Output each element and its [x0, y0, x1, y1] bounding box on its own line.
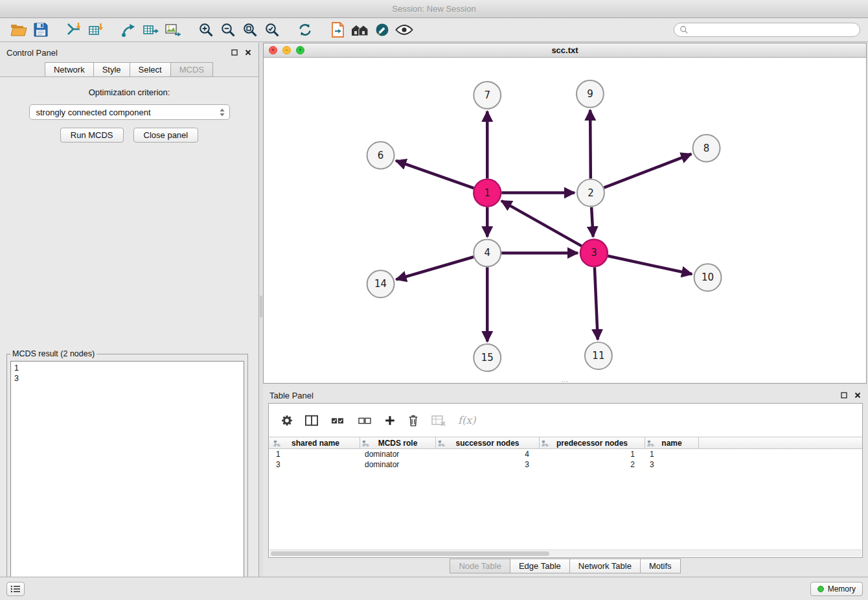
details-toggle-icon [374, 22, 390, 38]
table-horizontal-scrollbar[interactable] [269, 549, 862, 557]
graph-edge-2-9[interactable] [590, 110, 591, 179]
window-zoom-button[interactable]: + [296, 46, 304, 54]
column-label: name [661, 439, 681, 448]
zoom-fit-button[interactable] [240, 20, 260, 40]
table-cell[interactable]: 3 [271, 459, 360, 470]
table-cell[interactable]: 4 [436, 449, 540, 459]
scrollbar-thumb[interactable] [271, 551, 549, 556]
table-row[interactable]: 3dominator323 [269, 459, 862, 470]
home-button[interactable] [350, 20, 371, 40]
float-panel-button[interactable] [231, 49, 238, 56]
traffic-lights: × − + [269, 43, 304, 57]
refresh-button[interactable] [295, 20, 315, 40]
tab-mcds[interactable]: MCDS [170, 62, 213, 77]
zoom-in-icon [198, 22, 214, 38]
export-table-button[interactable] [141, 20, 161, 40]
graph-edge-4-14[interactable] [396, 257, 474, 279]
tab-edge-table[interactable]: Edge Table [510, 559, 570, 573]
network-window-title: scc.txt [551, 45, 578, 55]
memory-button[interactable]: Memory [810, 582, 863, 596]
table-cell[interactable]: 2 [540, 459, 645, 470]
open-in-web-button[interactable] [328, 20, 348, 40]
tab-motifs[interactable]: Motifs [640, 559, 681, 573]
import-table-button[interactable] [86, 20, 106, 40]
close-panel-button[interactable] [244, 49, 252, 56]
show-columns-button[interactable] [305, 415, 318, 426]
zoom-in-button[interactable] [196, 20, 216, 40]
network-canvas[interactable]: 1234678910111415 [264, 58, 866, 383]
graph-edge-2-8[interactable] [604, 154, 691, 188]
table-cell[interactable]: dominator [360, 459, 436, 470]
window-close-button[interactable]: × [269, 46, 277, 54]
save-session-button[interactable] [30, 20, 51, 40]
open-file-button[interactable] [8, 20, 29, 40]
delete-table-icon [431, 414, 446, 427]
show-hide-button[interactable] [394, 20, 415, 40]
zoom-selected-button[interactable] [262, 20, 282, 40]
run-mcds-button[interactable]: Run MCDS [60, 128, 124, 143]
float-table-panel-button[interactable] [840, 391, 848, 399]
table-settings-button[interactable] [280, 414, 293, 427]
column-header-successor-nodes[interactable]: successor nodes [436, 437, 540, 448]
zoom-out-button[interactable] [218, 20, 238, 40]
graph-node-label: 14 [374, 278, 387, 290]
column-header-shared-name[interactable]: shared name [271, 437, 360, 448]
delete-table-button[interactable] [431, 414, 446, 427]
tab-node-table[interactable]: Node Table [450, 559, 510, 573]
export-image-button[interactable] [163, 20, 183, 40]
column-type-icon [542, 440, 549, 447]
window-titlebar: Session: New Session [0, 0, 868, 18]
export-network-button[interactable] [119, 20, 139, 40]
table-cell[interactable]: 1 [645, 449, 699, 459]
column-header-predecessor-nodes[interactable]: predecessor nodes [540, 437, 645, 448]
column-header-name[interactable]: name [645, 437, 699, 448]
mcds-result-list[interactable]: 13 [10, 361, 244, 595]
network-canvas-svg[interactable]: 1234678910111415 [264, 58, 866, 383]
select-all-button[interactable] [330, 415, 345, 426]
graphics-details-button[interactable] [372, 20, 393, 40]
table-row[interactable]: 1dominator411 [269, 449, 862, 459]
splitter-handle[interactable] [260, 295, 262, 317]
optimization-select[interactable]: strongly connected component [29, 104, 230, 120]
column-header-MCDS-role[interactable]: MCDS role [360, 437, 436, 448]
export-table-icon [143, 22, 159, 38]
close-table-panel-button[interactable] [854, 391, 862, 399]
function-builder-button[interactable]: f(x) [458, 414, 475, 426]
tab-network[interactable]: Network [45, 62, 94, 77]
optimization-criterion-label: Optimization criterion: [0, 87, 258, 97]
window-minimize-button[interactable]: − [282, 46, 291, 54]
tab-select[interactable]: Select [130, 62, 171, 77]
graph-edge-2-3[interactable] [591, 207, 593, 237]
search-box[interactable] [674, 23, 860, 37]
table-cell[interactable]: 1 [271, 449, 360, 459]
double-home-icon [350, 23, 370, 37]
tab-style[interactable]: Style [93, 62, 130, 77]
create-column-button[interactable] [384, 415, 396, 426]
graph-edge-3-10[interactable] [608, 256, 692, 274]
import-network-button[interactable] [63, 20, 84, 40]
zoom-fit-icon [242, 22, 258, 38]
search-input[interactable] [692, 24, 854, 36]
graph-edge-3-1[interactable] [501, 201, 582, 246]
table-cell[interactable]: dominator [360, 449, 436, 459]
fx-label: f(x) [458, 414, 475, 426]
table-cell[interactable]: 1 [540, 449, 645, 459]
graph-node-label: 11 [592, 350, 604, 362]
deselect-all-icon [357, 415, 372, 426]
delete-columns-button[interactable] [407, 414, 419, 427]
graph-node-label: 9 [587, 88, 593, 100]
control-panel: Control Panel NetworkStyleSelectMCDS Opt… [0, 43, 259, 577]
optimization-select-value: strongly connected component [36, 108, 151, 117]
deselect-all-button[interactable] [357, 415, 372, 426]
table-cell[interactable]: 3 [645, 459, 699, 470]
main-toolbar [0, 18, 868, 42]
close-panel-button-2[interactable]: Close panel [133, 128, 199, 143]
show-panels-button[interactable] [6, 582, 25, 596]
graph-edge-3-11[interactable] [595, 267, 598, 340]
graph-node-label: 8 [703, 143, 710, 154]
tab-network-table[interactable]: Network Table [569, 559, 641, 573]
table-cell[interactable]: 3 [436, 459, 540, 470]
window-resize-handle[interactable]: ⋯ [562, 378, 569, 384]
graph-edge-1-6[interactable] [396, 161, 474, 188]
column-label: MCDS role [378, 439, 418, 448]
